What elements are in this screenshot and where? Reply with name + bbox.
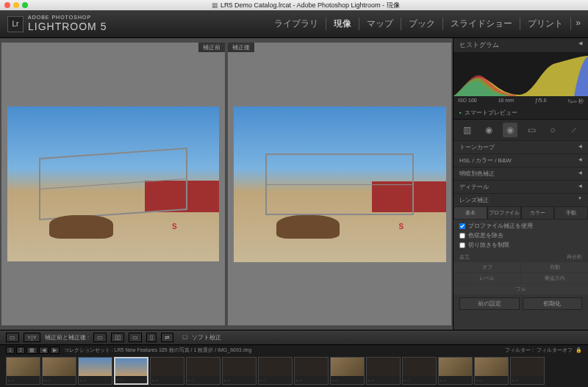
accordion-splittone[interactable]: 明暗別色補正◀ [453,167,588,180]
nav-slideshow[interactable]: スライドショー [443,18,520,30]
monitor-1[interactable]: 1 [6,347,15,354]
previous-settings-button[interactable]: 前の設定 [459,297,520,310]
thumb[interactable]: ▪ ⋯ [186,357,220,385]
filmstrip: 1 2 ▦ ◀ ▶ コレクションセット : LR5 New Features 1… [0,344,588,387]
spot-tool[interactable]: ◉ [481,123,496,137]
mac-titlebar: ▦ LR5 Demo Catalog.lrcat - Adobe Photosh… [0,0,588,10]
nav-book[interactable]: ブック [401,18,443,30]
filter-value[interactable]: フィルターオフ [537,347,573,354]
window-title: LR5 Demo Catalog.lrcat - Adobe Photoshop… [220,1,400,9]
thumb[interactable]: ▪ ⋯ [402,357,437,385]
monitor-2[interactable]: 2 [16,347,25,354]
histogram[interactable] [453,52,588,96]
upright-level[interactable]: レベル [453,273,520,283]
accordion-detail[interactable]: ディテール◀ [453,180,588,193]
crop-tool[interactable]: ▥ [460,123,475,137]
lens-tab-profile[interactable]: プロファイル [487,206,521,220]
after-label: 補正後 [228,43,254,52]
thumb[interactable]: ▪ ⋯ [6,357,40,385]
accordion-tonecurve[interactable]: トーンカーブ◀ [453,140,588,153]
histogram-header[interactable]: ヒストグラム◀ [453,38,588,52]
smart-preview-indicator: スマートプレビュー [453,106,588,119]
check-constrain-crop[interactable]: 切り抜きを制限 [459,241,582,250]
compare-label: 補正前と補正後 : [45,333,89,341]
lens-tabs: 基本 プロファイル カラー 手動 [453,206,588,220]
upright-off[interactable]: オフ [453,262,520,272]
tool-strip: ▥ ◉ ◉ ▭ ○ ⟋ [453,119,588,140]
thumb[interactable]: ▪ ⋯ [510,357,545,385]
thumb[interactable]: ▪ ⋯ [258,357,293,385]
thumb[interactable]: ▪ ⋯ [294,357,329,385]
thumb[interactable]: ▪ ⋯ [150,357,184,385]
loupe-view-button[interactable]: ▭ [6,333,19,342]
develop-panel: ヒストグラム◀ ISO 160 16 mm ƒ/5.6 ¹⁄₄₀₀ 秒 スマート… [453,38,588,330]
check-chromatic[interactable]: 色収差を除去 [459,231,582,241]
thumb[interactable]: ▪ ⋯ [78,357,112,385]
logo-badge: Lr [7,16,24,32]
reanalyze-button[interactable]: 再分析 [567,253,582,261]
gradient-tool[interactable]: ▭ [524,123,539,137]
nav-fwd[interactable]: ▶ [50,347,60,354]
close-window[interactable] [4,2,10,8]
thumb[interactable]: ▪ ⋯ [366,357,401,385]
thumb[interactable]: ▪ ⋯ [330,357,365,385]
upright-label: 直立 [459,253,470,261]
compare-mode-1[interactable]: ▭ [93,333,107,342]
nav-more[interactable]: » [571,18,581,30]
preview-after[interactable]: 補正後 S [228,43,451,325]
histogram-info: ISO 160 16 mm ƒ/5.6 ¹⁄₄₀₀ 秒 [453,96,588,106]
lens-tab-manual[interactable]: 手動 [554,206,588,220]
nav-back[interactable]: ◀ [39,347,49,354]
accordion-lens[interactable]: レンズ補正▼ [453,193,588,206]
app-header: Lr ADOBE PHOTOSHOP LIGHTROOM 5 ライブラリ 現像 … [0,10,588,38]
lens-tab-color[interactable]: カラー [521,206,555,220]
brush-tool[interactable]: ⟋ [567,123,581,137]
radial-tool[interactable]: ○ [545,123,560,137]
module-nav: ライブラリ 現像 マップ ブック スライドショー プリント » [267,18,581,30]
preview-before[interactable]: 補正前 S [1,43,225,325]
soft-proof-label[interactable]: ソフト校正 [192,333,221,341]
upright-full[interactable]: フル [453,284,588,294]
grid-icon[interactable]: ▦ [26,347,37,354]
nav-map[interactable]: マップ [359,18,401,30]
upright-vertical[interactable]: 垂直方向 [521,273,588,283]
thumb[interactable]: ▪ ⋯ [474,357,509,385]
thumb[interactable]: ▪ ⋯ [42,357,76,385]
filmstrip-path[interactable]: コレクションセット : LR5 New Features 105 枚の写真 / … [64,347,501,354]
photo-after: S [234,106,446,262]
redeye-tool[interactable]: ◉ [503,123,517,137]
check-profile-correction[interactable]: プロファイル補正を使用 [459,222,582,231]
nav-develop[interactable]: 現像 [326,18,359,30]
bottom-toolbar: ▭ Y|Y 補正前と補正後 : ▭ ▯▯ ▭ ▯ ⇄ ☐ ソフト校正 [0,330,588,344]
before-label: 補正前 [198,43,225,52]
minimize-window[interactable] [13,2,19,8]
accordion-hsl[interactable]: HSL / カラー / B&W◀ [453,153,588,167]
compare-mode-3[interactable]: ▭ [129,333,142,342]
compare-mode-2[interactable]: ▯▯ [111,333,124,342]
compare-mode-4[interactable]: ▯ [146,333,157,342]
thumb-selected[interactable]: ▪ ⋯ [114,357,148,385]
upright-auto[interactable]: 自動 [521,262,588,272]
filmstrip-thumbs[interactable]: ▪ ⋯ ▪ ⋯ ▪ ⋯ ▪ ⋯ ▪ ⋯ ▪ ⋯ ▪ ⋯ ▪ ⋯ ▪ ⋯ ▪ ⋯ … [0,355,588,386]
reset-button[interactable]: 初期化 [523,297,583,310]
thumb[interactable]: ▪ ⋯ [438,357,473,385]
nav-library[interactable]: ライブラリ [267,18,326,30]
filter-label: フィルター : [505,347,534,354]
preview-area: 補正前 S 補正後 S [0,38,453,330]
photo-before: S [7,106,220,262]
zoom-window[interactable] [22,2,28,8]
nav-print[interactable]: プリント [520,18,571,30]
app-logo: Lr ADOBE PHOTOSHOP LIGHTROOM 5 [7,15,107,33]
filter-lock-icon[interactable]: 🔒 [576,347,582,353]
compare-view-button[interactable]: Y|Y [24,333,40,342]
swap-button[interactable]: ⇄ [161,333,173,342]
lens-tab-basic[interactable]: 基本 [453,206,487,220]
thumb[interactable]: ▪ ⋯ [222,357,257,385]
upright-buttons: オフ 自動 レベル 垂直方向 フル [453,262,588,294]
